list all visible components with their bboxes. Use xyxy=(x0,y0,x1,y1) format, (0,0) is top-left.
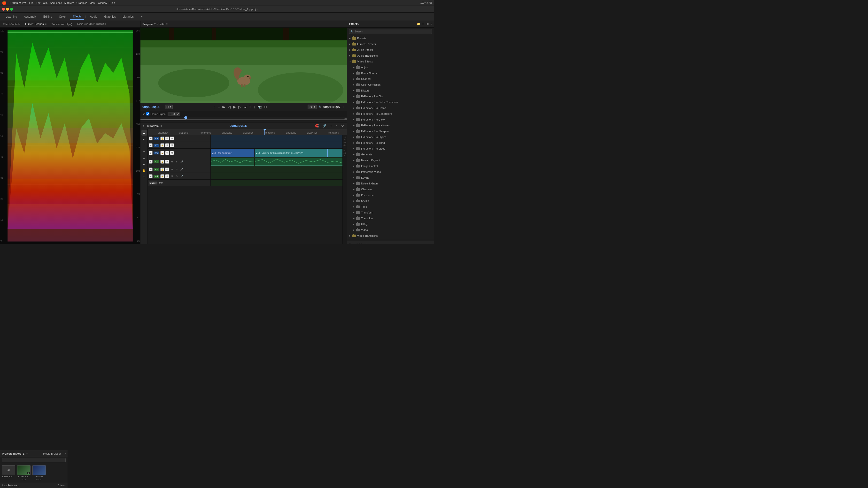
overwrite-button[interactable]: ⤵ xyxy=(253,104,256,109)
mark-out-button[interactable]: ⬦ xyxy=(217,104,220,109)
track-visibility-a2[interactable]: 👁 xyxy=(165,167,169,171)
fit-selector[interactable]: Fit ▾ xyxy=(165,104,173,109)
effects-item-audio-effects[interactable]: ▶ Audio Effects xyxy=(347,47,434,53)
effects-new-folder[interactable]: 📁 xyxy=(417,23,420,26)
tab-learning[interactable]: Learning xyxy=(3,14,20,20)
menu-graphics[interactable]: Graphics xyxy=(76,1,87,4)
tab-source[interactable]: Source: (no clips) xyxy=(51,22,73,26)
effects-item-fxfactory-halftones[interactable]: ▶ FxFactory Pro Halftones xyxy=(347,123,434,128)
effects-item-utility[interactable]: ▶ Utility xyxy=(347,221,434,227)
tab-graphics[interactable]: Graphics xyxy=(101,14,119,20)
track-sync-v3[interactable]: 🔒 xyxy=(160,136,164,140)
effects-item-audio-transitions[interactable]: ▶ Audio Transitions xyxy=(347,53,434,59)
effects-item-fxfactory-blur[interactable]: ▶ FxFactory Pro Blur xyxy=(347,93,434,99)
effects-item-hawaiki[interactable]: ▶ Hawaiki Keyer 4 xyxy=(347,157,434,163)
effects-search-input[interactable] xyxy=(349,29,432,34)
track-content-a3[interactable] xyxy=(211,173,347,180)
track-mic-a1[interactable]: 🎤 xyxy=(180,160,184,164)
effects-panel-menu[interactable]: ≡ xyxy=(431,23,432,26)
add-button[interactable]: + xyxy=(341,104,345,109)
track-sync-v1[interactable]: 🔒 xyxy=(160,151,164,155)
track-expand-v1[interactable]: ▶ xyxy=(149,151,153,155)
effects-item-adjust[interactable]: ▶ Adjust xyxy=(347,64,434,70)
razor-tool[interactable]: ✂ xyxy=(142,149,147,155)
track-mic-a3[interactable]: 🎤 xyxy=(180,174,184,178)
track-mic-a2[interactable]: 🎤 xyxy=(180,167,184,171)
tabs-overflow[interactable]: >> xyxy=(137,14,146,19)
apple-menu[interactable]: 🍎 xyxy=(2,0,7,5)
menu-view[interactable]: View xyxy=(89,1,95,4)
step-back-button[interactable]: ◁ xyxy=(227,104,231,109)
settings-button[interactable]: ⚙ xyxy=(263,104,268,109)
clamp-checkbox-label[interactable]: Clamp Signal xyxy=(146,112,166,116)
track-sync-a3[interactable]: 🔒 xyxy=(160,174,164,178)
track-m-a3[interactable]: M xyxy=(170,174,174,178)
tab-assembly[interactable]: Assembly xyxy=(21,14,39,20)
track-s-a2[interactable]: S xyxy=(175,167,179,171)
settings-icon[interactable]: ⚙ xyxy=(143,112,145,116)
text-tool[interactable]: T xyxy=(142,174,147,180)
track-expand-a2[interactable]: ▶ xyxy=(149,167,153,171)
snap-button[interactable]: 🧲 xyxy=(314,124,320,128)
clip-v1-1[interactable]: ▶ 18 - The Tudors (V) xyxy=(211,149,254,157)
effects-item-immersive[interactable]: ▶ Immersive Video xyxy=(347,169,434,175)
effects-item-fxfactory-generators[interactable]: ▶ FxFactory Pro Generators xyxy=(347,111,434,117)
go-to-in-button[interactable]: ⏮ xyxy=(221,104,226,109)
track-s-a1[interactable]: S xyxy=(175,160,179,164)
track-visibility-a1[interactable]: 👁 xyxy=(165,160,169,164)
tab-lumetri-scopes[interactable]: Lumetri Scopes ≡ xyxy=(24,22,48,26)
tab-effects[interactable]: Effects xyxy=(70,14,84,20)
effects-item-lumetri-presets[interactable]: ▶ Lumetri Presets xyxy=(347,41,434,47)
clamp-checkbox[interactable] xyxy=(146,112,149,116)
track-select-tool[interactable]: ► xyxy=(142,136,147,142)
effects-list-view[interactable]: ☰ xyxy=(422,23,425,26)
effects-item-video-transitions[interactable]: ▶ Video Transitions xyxy=(347,233,434,239)
effects-item-fxfactory-glow[interactable]: ▶ FxFactory Pro Glow xyxy=(347,117,434,123)
track-m-a1[interactable]: M xyxy=(170,160,174,164)
effects-grid-view[interactable]: ⊞ xyxy=(427,23,429,26)
maximize-button[interactable] xyxy=(10,8,13,11)
export-button[interactable]: 📷 xyxy=(257,104,262,109)
effects-item-fxfactory-distort[interactable]: ▶ FxFactory Pro Distort xyxy=(347,105,434,111)
effects-item-perspective[interactable]: ▶ Perspective xyxy=(347,192,434,198)
step-forward-button[interactable]: ▷ xyxy=(238,104,242,109)
effects-item-color-correction[interactable]: ▶ Color Correction xyxy=(347,82,434,88)
go-to-out-button[interactable]: ⏭ xyxy=(243,104,248,109)
track-mute-v1[interactable]: M xyxy=(170,151,174,155)
add-track-button[interactable]: + xyxy=(329,124,333,128)
tab-color[interactable]: Color xyxy=(56,14,69,20)
mark-in-button[interactable]: ⬦ xyxy=(213,104,216,109)
effects-item-fxfactory-color[interactable]: ▶ FxFactory Pro Color Correction xyxy=(347,99,434,105)
track-content-v1[interactable]: ▶ 18 - The Tudors (V) ▶ 13 - Looking for… xyxy=(211,149,347,157)
effects-item-fxfactory-stylize[interactable]: ▶ FxFactory Pro Stylize xyxy=(347,134,434,140)
clip-a1-2[interactable] xyxy=(255,158,347,166)
close-button[interactable] xyxy=(2,8,5,11)
track-mute-v3[interactable]: M xyxy=(170,136,174,140)
effects-item-transition[interactable]: ▶ Transition xyxy=(347,216,434,221)
track-sync-a1[interactable]: 🔒 xyxy=(160,160,164,164)
track-visibility-v1[interactable]: 👁 xyxy=(165,151,169,155)
track-expand-a3[interactable]: ▶ xyxy=(149,174,153,178)
clip-v1-2[interactable]: ▶ 13 - Looking for Squirrels (15-May-11)… xyxy=(255,149,347,157)
hand-tool[interactable]: ✋ xyxy=(142,168,147,173)
program-scrubber[interactable] xyxy=(141,117,347,122)
time-ruler[interactable]: 3;02;48;04 3;02;56;04 3;03;04;06 3;03;12… xyxy=(148,129,347,135)
track-expand-v2[interactable]: ▶ xyxy=(149,143,153,147)
track-m-a2[interactable]: M xyxy=(170,167,174,171)
track-s-a3[interactable]: S xyxy=(175,174,179,178)
timeline-collapse[interactable]: ▼ xyxy=(143,125,145,127)
full-selector[interactable]: Full ▾ xyxy=(308,104,316,109)
track-content-master[interactable] xyxy=(211,180,347,186)
effects-item-noise-grain[interactable]: ▶ Noise & Grain xyxy=(347,181,434,186)
effects-item-time[interactable]: ▶ Time xyxy=(347,204,434,209)
track-sync-v2[interactable]: 🔒 xyxy=(160,143,164,147)
effects-item-presets[interactable]: ▶ Presets xyxy=(347,35,434,41)
track-visibility-v3[interactable]: 👁 xyxy=(165,136,169,140)
effects-item-obsolete[interactable]: ▶ Obsolete xyxy=(347,186,434,192)
tab-effect-controls[interactable]: Effect Controls xyxy=(2,22,21,26)
effects-item-distort[interactable]: ▶ Distort xyxy=(347,88,434,93)
menu-window[interactable]: Window xyxy=(98,1,107,4)
track-content-v3[interactable] xyxy=(211,135,347,141)
track-sync-a2[interactable]: 🔒 xyxy=(160,167,164,171)
pen-tool[interactable]: ✒ xyxy=(142,162,147,167)
